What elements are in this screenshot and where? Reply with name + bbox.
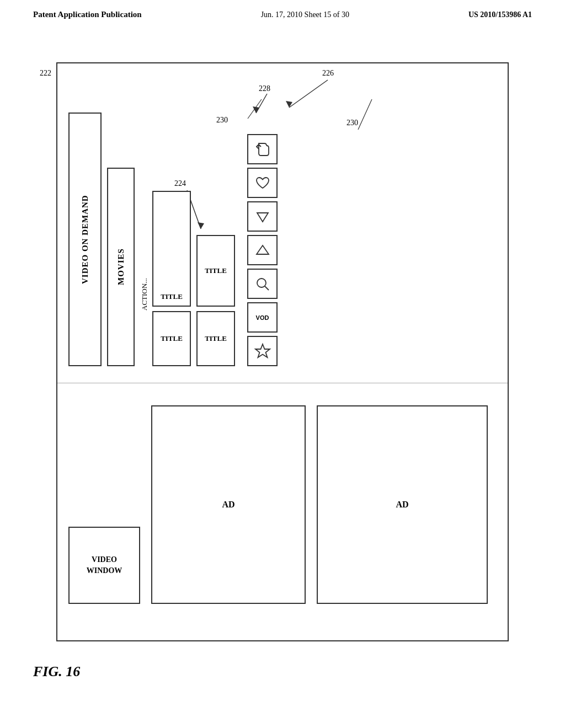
title-group-right: TITLE TITLE <box>196 235 235 366</box>
return-icon-box <box>247 134 278 164</box>
video-window-label: VIDEOWINDOW <box>87 554 122 576</box>
vod-icon-box: VOD <box>247 302 278 333</box>
diagram-upper-section: VIDEO ON DEMAND MOVIES ACTION... TITLE <box>57 63 508 383</box>
title-bar-2: TITLE <box>152 311 191 366</box>
title-bar-4: TITLE <box>196 311 235 366</box>
title-group-left: TITLE TITLE <box>152 191 191 366</box>
svg-marker-9 <box>257 245 269 254</box>
diagram-lower-section: VIDEOWINDOW AD AD <box>57 383 508 626</box>
ad-box-1: AD <box>151 405 306 604</box>
svg-marker-12 <box>255 344 270 357</box>
heart-icon-box <box>247 168 278 198</box>
title-bar-1: TITLE <box>152 191 191 307</box>
diagram-outer-box: 222 226 228 230 230 224 <box>56 62 509 641</box>
page-header: Patent Application Publication Jun. 17, … <box>0 0 565 24</box>
search-icon <box>254 276 271 292</box>
ad-2-label: AD <box>396 500 408 510</box>
title-4-label: TITLE <box>205 334 227 343</box>
return-icon <box>254 141 271 158</box>
ad-box-2: AD <box>317 405 488 604</box>
down-triangle-icon <box>254 208 271 225</box>
svg-point-10 <box>257 279 266 287</box>
movies-label: MOVIES <box>116 249 126 286</box>
vod-bar: VIDEO ON DEMAND <box>68 113 102 366</box>
publication-title: Patent Application Publication <box>33 10 142 19</box>
movies-bar: MOVIES <box>107 168 135 366</box>
publication-date-sheet: Jun. 17, 2010 Sheet 15 of 30 <box>261 10 349 19</box>
heart-icon <box>254 175 271 191</box>
vod-label: VIDEO ON DEMAND <box>81 195 90 284</box>
svg-marker-8 <box>257 213 268 222</box>
up-triangle-icon <box>254 242 271 259</box>
publication-number: US 2010/153986 A1 <box>468 10 532 19</box>
svg-line-11 <box>265 286 269 290</box>
down-triangle-icon-box <box>247 201 278 232</box>
title-1-label: TITLE <box>161 292 183 301</box>
main-content: 222 226 228 230 230 224 <box>0 24 565 697</box>
up-triangle-icon-box <box>247 235 278 265</box>
vod-icon-text: VOD <box>256 314 269 321</box>
title-3-label: TITLE <box>205 266 227 275</box>
video-window-box: VIDEOWINDOW <box>68 527 140 604</box>
ad-1-label: AD <box>222 500 234 510</box>
action-label: ACTION... <box>140 223 149 366</box>
icon-column: VOD <box>247 134 278 366</box>
figure-label: FIG. 16 <box>33 663 80 680</box>
title-2-label: TITLE <box>161 334 183 343</box>
star-icon <box>254 342 271 360</box>
upper-content-area: VIDEO ON DEMAND MOVIES ACTION... TITLE <box>68 63 497 366</box>
search-icon-box <box>247 269 278 299</box>
ref-222: 222 <box>40 69 51 78</box>
title-bar-3: TITLE <box>196 235 235 307</box>
star-icon-box <box>247 336 278 366</box>
